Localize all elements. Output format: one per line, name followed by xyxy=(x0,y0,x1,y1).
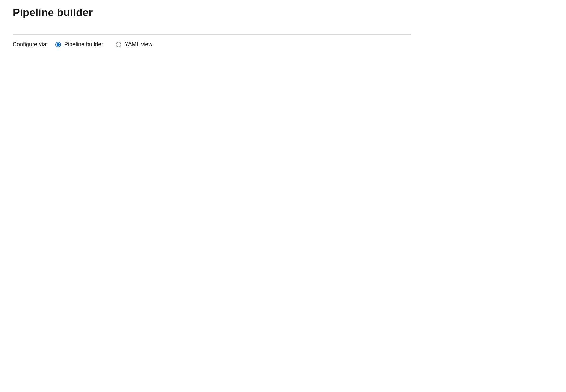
radio-yaml-view[interactable]: YAML view xyxy=(116,41,152,48)
configure-label: Configure via: xyxy=(13,41,48,48)
radio-label: Pipeline builder xyxy=(64,41,103,48)
radio-pipeline-builder[interactable]: Pipeline builder xyxy=(55,41,103,48)
radio-label: YAML view xyxy=(125,41,152,48)
divider xyxy=(13,34,411,35)
radio-selected-icon xyxy=(55,42,61,47)
radio-unselected-icon xyxy=(116,42,121,47)
page-title: Pipeline builder xyxy=(13,6,411,19)
configure-via-row: Configure via: Pipeline builder YAML vie… xyxy=(13,41,411,48)
